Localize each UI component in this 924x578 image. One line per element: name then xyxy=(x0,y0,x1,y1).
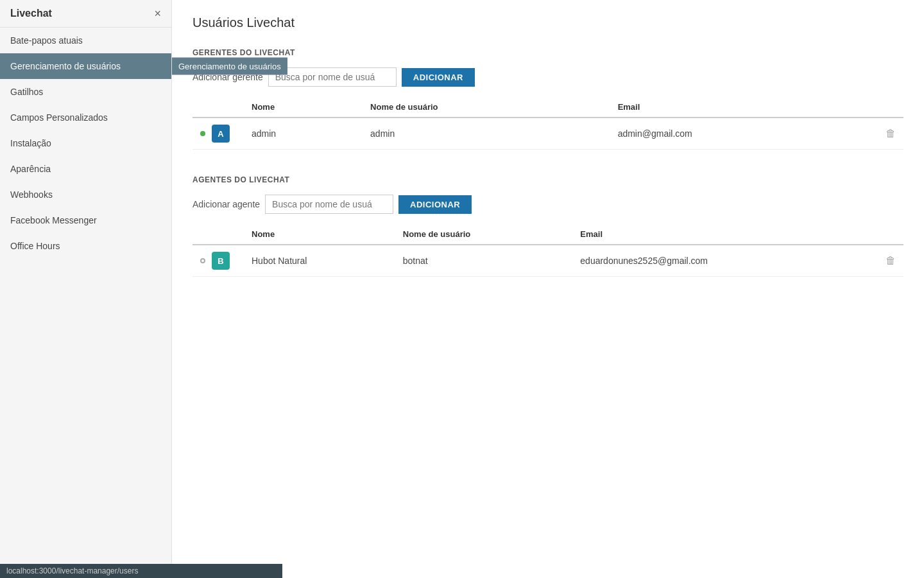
avatar: B xyxy=(212,252,230,270)
avatar: A xyxy=(212,125,230,143)
sidebar-item-webhooks[interactable]: Webhooks xyxy=(0,182,171,207)
agents-section-title: AGENTES DO LIVECHAT xyxy=(193,175,903,184)
sidebar-header: Livechat × xyxy=(0,0,171,28)
user-name: Hubot Natural xyxy=(244,245,395,277)
agents-table-body: B Hubot Natural botnat eduardonunes2525@… xyxy=(193,245,903,277)
agents-col-empty xyxy=(193,224,244,245)
managers-section: GERENTES DO LIVECHAT Adicionar gerente A… xyxy=(193,48,903,150)
agents-col-email: Email xyxy=(572,224,878,245)
status-url: localhost:3000/livechat-manager/users xyxy=(6,566,138,575)
add-agent-input[interactable] xyxy=(265,195,393,214)
managers-table: Nome Nome de usuário Email A admin admin… xyxy=(193,97,903,150)
agents-table-header-row: Nome Nome de usuário Email xyxy=(193,224,903,245)
delete-cell: 🗑 xyxy=(878,118,903,150)
managers-table-header-row: Nome Nome de usuário Email xyxy=(193,97,903,118)
sidebar: Livechat × Bate-papos atuaisGerenciament… xyxy=(0,0,172,578)
avatar-cell: B xyxy=(193,245,244,277)
sidebar-title: Livechat xyxy=(10,8,52,19)
add-agent-label: Adicionar agente xyxy=(193,199,260,209)
page-title: Usuários Livechat xyxy=(193,15,903,30)
add-agent-row: Adicionar agente ADICIONAR xyxy=(193,195,903,214)
table-row: B Hubot Natural botnat eduardonunes2525@… xyxy=(193,245,903,277)
add-agent-button[interactable]: ADICIONAR xyxy=(398,195,472,214)
managers-col-empty xyxy=(193,97,244,118)
sidebar-item-user-management[interactable]: Gerenciamento de usuáriosGerenciamento d… xyxy=(0,53,171,79)
add-manager-label: Adicionar gerente xyxy=(193,72,263,82)
user-username: botnat xyxy=(395,245,573,277)
status-bar: localhost:3000/livechat-manager/users xyxy=(0,564,282,578)
managers-col-name: Nome xyxy=(244,97,363,118)
agents-col-name: Nome xyxy=(244,224,395,245)
close-button[interactable]: × xyxy=(154,8,161,19)
managers-table-body: A admin admin admin@gmail.com 🗑 xyxy=(193,118,903,150)
status-dot xyxy=(200,258,205,263)
user-username: admin xyxy=(363,118,610,150)
agents-col-action xyxy=(878,224,903,245)
sidebar-item-custom-fields[interactable]: Campos Personalizados xyxy=(0,105,171,130)
avatar-cell: A xyxy=(193,118,244,150)
user-email: eduardonunes2525@gmail.com xyxy=(572,245,878,277)
agents-section: AGENTES DO LIVECHAT Adicionar agente ADI… xyxy=(193,175,903,277)
delete-button[interactable]: 🗑 xyxy=(886,128,896,139)
sidebar-item-installation[interactable]: Instalação xyxy=(0,130,171,156)
managers-col-email: Email xyxy=(610,97,878,118)
add-manager-button[interactable]: ADICIONAR xyxy=(402,68,475,87)
sidebar-item-triggers[interactable]: Gatilhos xyxy=(0,79,171,105)
user-email: admin@gmail.com xyxy=(610,118,878,150)
agents-table: Nome Nome de usuário Email B Hubot Natur… xyxy=(193,224,903,277)
add-manager-row: Adicionar gerente ADICIONAR xyxy=(193,67,903,87)
sidebar-item-appearance[interactable]: Aparência xyxy=(0,156,171,182)
delete-cell: 🗑 xyxy=(878,245,903,277)
sidebar-item-current-chats[interactable]: Bate-papos atuais xyxy=(0,28,171,53)
add-manager-input[interactable] xyxy=(268,67,397,87)
main-content: Usuários Livechat GERENTES DO LIVECHAT A… xyxy=(172,0,924,578)
sidebar-item-facebook-messenger[interactable]: Facebook Messenger xyxy=(0,207,171,233)
sidebar-nav: Bate-papos atuaisGerenciamento de usuári… xyxy=(0,28,171,259)
sidebar-item-office-hours[interactable]: Office Hours xyxy=(0,233,171,259)
managers-col-action xyxy=(878,97,903,118)
user-name: admin xyxy=(244,118,363,150)
delete-button[interactable]: 🗑 xyxy=(886,255,896,266)
table-row: A admin admin admin@gmail.com 🗑 xyxy=(193,118,903,150)
managers-section-title: GERENTES DO LIVECHAT xyxy=(193,48,903,57)
agents-col-username: Nome de usuário xyxy=(395,224,573,245)
managers-col-username: Nome de usuário xyxy=(363,97,610,118)
status-dot xyxy=(200,131,205,136)
